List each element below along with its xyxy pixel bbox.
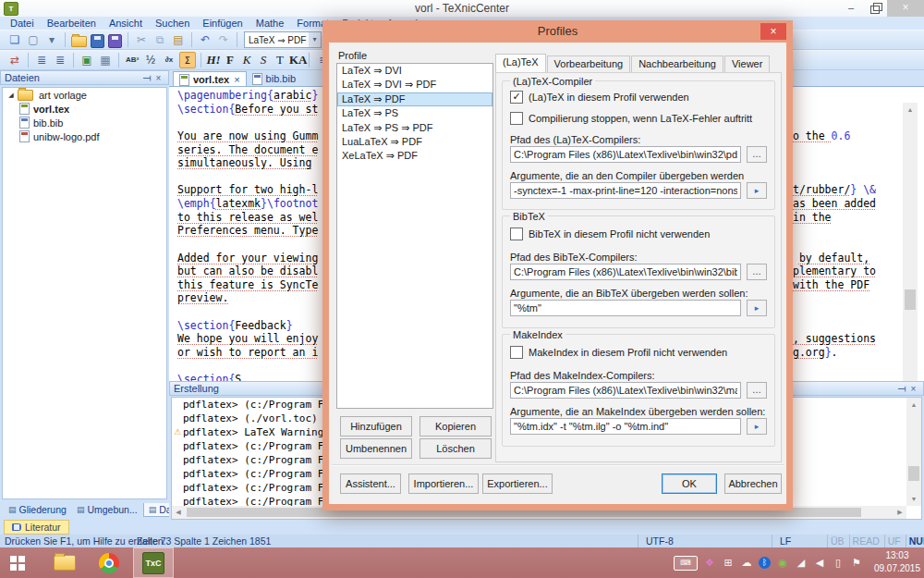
editor-tab-bib-bib[interactable]: bib.bib [247,71,301,86]
profile-item-latex-ps-pdf[interactable]: LaTeX ⇒ PS ⇒ PDF [337,121,492,135]
close-button[interactable]: × [887,0,924,17]
menu-bearbeiten[interactable]: Bearbeiten [41,17,103,30]
checkbox[interactable] [510,228,523,240]
editor-scroll-thumb[interactable] [905,289,916,310]
output-vertical-scrollbar[interactable]: ▲ ▼ [906,398,921,506]
stop-on-error-checkbox-row[interactable]: Compilierung stoppen, wenn LaTeX-Fehler … [510,112,752,125]
dialog-close-button[interactable]: × [760,23,786,40]
args-menu-button[interactable]: ▸ [747,182,767,199]
save-all-icon[interactable] [108,34,122,48]
menu-datei[interactable]: Datei [4,17,41,30]
browse-button[interactable]: … [747,264,767,280]
numbered-list-icon[interactable]: ≣ [52,52,68,68]
tree-item-vorl-tex[interactable]: vorl.tex [3,102,166,116]
save-icon[interactable] [91,34,104,48]
defender-icon[interactable]: ⊞ [722,557,735,569]
pin-icon[interactable]: Τ [141,72,152,84]
makeindex-path-input[interactable] [510,382,741,399]
output-profile-combo[interactable]: LaTeX ⇒ PDF▾ [244,31,322,48]
antivirus-icon[interactable]: ❖ [703,557,716,569]
taskbar-clock[interactable]: 13:03 09.07.2015 [874,549,920,575]
profile-item-latex-ps[interactable]: LaTeX ⇒ PS [337,106,492,120]
format-heading-icon[interactable]: H! [206,52,221,68]
cut-icon[interactable]: ✂ [133,31,150,48]
panel-tab-umgebun[interactable]: ▤Umgebun... [72,503,142,516]
scroll-left-icon[interactable]: ◀ [172,509,185,516]
makeindex-skip-checkbox-row[interactable]: MakeIndex in diesem Profil nicht verwend… [510,346,727,359]
open-icon[interactable] [71,36,87,47]
superscript-icon[interactable]: AB³ [124,52,140,68]
bibtex-skip-checkbox-row[interactable]: BibTeX in diesem Profil nicht verwenden [510,228,710,240]
menu-mathe[interactable]: Mathe [249,17,291,30]
pin-icon[interactable]: Τ [896,383,906,395]
latex-args-input[interactable] [510,182,741,199]
bullet-list-icon[interactable]: ≣ [33,52,50,68]
scroll-down-icon[interactable]: ▼ [906,492,921,506]
scroll-right-icon[interactable]: ▶ [894,509,906,516]
tree-item-unibw-logo-pdf[interactable]: unibw-logo.pdf [3,129,166,143]
profile-list[interactable]: LaTeX ⇒ DVILaTeX ⇒ DVI ⇒ PDFLaTeX ⇒ PDFL… [336,63,493,409]
ok-button[interactable]: OK [662,473,717,494]
menu-einf-gen[interactable]: Einfügen [196,17,249,30]
profile-item-latex-dvi-pdf[interactable]: LaTeX ⇒ DVI ⇒ PDF [337,78,492,92]
flag-icon[interactable]: ⚑ [850,557,863,569]
args-menu-button[interactable]: ▸ [747,300,767,316]
profile-item-latex-dvi[interactable]: LaTeX ⇒ DVI [337,64,492,78]
power-icon[interactable]: ▯ [832,557,845,569]
checkbox[interactable]: ✓ [510,91,523,104]
makeindex-args-input[interactable] [510,418,741,435]
dialog-tab-viewer[interactable]: Viewer [724,55,770,72]
chevron-down-icon[interactable]: ▾ [309,32,321,47]
literatur-tab[interactable]: Literatur [4,520,69,535]
editor-vertical-scrollbar[interactable]: ▲ ▼ [903,103,918,398]
derivative-icon[interactable]: ∂x [161,52,177,68]
menu-suchen[interactable]: Suchen [149,17,196,30]
export-button[interactable]: Exportieren... [482,473,553,494]
profile-item-latex-pdf[interactable]: LaTeX ⇒ PDF [337,92,492,106]
network-icon[interactable]: ◢ [795,557,808,569]
expander-icon[interactable]: ◢ [6,92,16,99]
tab-close-icon[interactable]: × [234,74,239,85]
redo-icon[interactable]: ↷ [215,31,232,48]
bluetooth-icon[interactable]: ᛒ [759,557,771,569]
sum-icon[interactable]: ∑ [179,52,196,68]
bibtex-path-input[interactable] [510,264,741,280]
cancel-button[interactable]: Abbrechen [724,473,782,494]
insert-table-icon[interactable]: ▦ [97,52,114,68]
args-menu-button[interactable]: ▸ [747,418,767,435]
fraction-icon[interactable]: ½ [142,52,159,68]
sync-icon[interactable]: ⇄ [6,52,23,68]
undo-icon[interactable]: ↶ [197,31,213,48]
output-scroll-thumb[interactable] [908,466,919,481]
panel-close-icon[interactable]: × [152,73,164,83]
format-slanted-icon[interactable]: S [256,52,271,68]
taskbar-chrome-button[interactable] [89,547,129,578]
paste-icon[interactable]: ▤ [170,31,187,48]
latex-use-checkbox-row[interactable]: ✓ (La)TeX in diesem Profil verwenden [510,91,689,104]
wizard-button[interactable]: Assistent... [340,473,401,494]
format-smallcaps-icon[interactable]: KA [289,52,304,68]
menu-ansicht[interactable]: Ansicht [103,17,149,30]
browse-button[interactable]: … [747,382,767,399]
start-button[interactable] [0,547,41,578]
copy-icon[interactable]: ⧉ [152,31,168,48]
new-project-icon[interactable]: ❏ [6,31,23,48]
editor-tab-vorl-tex[interactable]: vorl.tex× [173,71,247,87]
format-bold-icon[interactable]: F [223,52,237,68]
dialog-tab-vorbearbeitung[interactable]: Vorbearbeitung [547,55,631,72]
format-text-icon[interactable]: T [273,52,287,68]
checkbox[interactable] [510,346,523,359]
tree-item-art-vorlage[interactable]: ◢art vorlage [3,88,166,102]
minimize-button[interactable]: – [841,0,861,17]
dialog-tab-la-tex[interactable]: (La)TeX [495,54,546,72]
dialog-tab-nachbearbeitung[interactable]: Nachbearbeitung [631,55,723,72]
restore-button[interactable] [865,0,885,17]
keyboard-icon[interactable]: ⌨ [674,556,698,571]
checkbox[interactable] [510,112,523,125]
panel-close-icon[interactable]: × [907,384,919,394]
format-italic-icon[interactable]: K [239,52,254,68]
scroll-up-icon[interactable]: ▲ [906,398,921,412]
taskbar-texniccenter-button[interactable]: TxC [133,547,174,578]
new-document-icon[interactable]: ▢ [25,31,42,48]
import-button[interactable]: Importieren... [408,473,479,494]
